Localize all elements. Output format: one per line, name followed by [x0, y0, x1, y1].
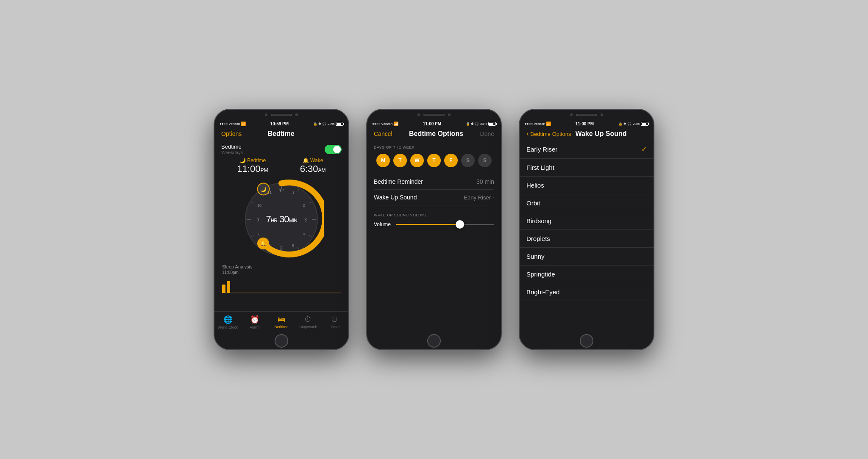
sound-item-sunny[interactable]: Sunny	[520, 248, 654, 265]
wake-sound-row[interactable]: Wake Up Sound Early Riser ›	[374, 190, 494, 205]
day-S1[interactable]: S	[461, 154, 475, 167]
volume-row: Volume	[374, 221, 494, 232]
back-button[interactable]: Bedtime Options	[530, 131, 571, 137]
tab-bedtime[interactable]: 🛏 Bedtime	[269, 315, 294, 329]
wake-block: 🔔 Wake 6:30AM	[300, 158, 326, 174]
sound-name-orbit: Orbit	[526, 199, 540, 207]
sound-name-first-light: First Light	[526, 164, 554, 171]
sound-item-first-light[interactable]: First Light	[520, 159, 654, 177]
home-button-3[interactable]	[580, 334, 593, 348]
sound-item-droplets[interactable]: Droplets	[520, 230, 654, 248]
status-bar-1: ●●○○ Verizon 📶 10:59 PM 🔒 ✽ 🎧 23%	[214, 120, 348, 127]
volume-section-label-row: WAKE UP SOUND VOLUME	[374, 213, 494, 217]
stopwatch-icon: ⏱	[304, 315, 312, 324]
sleep-analysis-label: Sleep Analysis	[222, 264, 341, 269]
sound-name-droplets: Droplets	[526, 235, 550, 242]
home-button-1[interactable]	[275, 334, 288, 348]
wake-ampm: AM	[318, 167, 326, 173]
days-row: M T W T F S S	[374, 154, 494, 167]
cancel-button[interactable]: Cancel	[374, 130, 392, 137]
sleep-analysis-time: 11:00pm	[222, 270, 341, 275]
time-labels: 🌙 Bedtime 11:00PM 🔔 Wake 6:30AM	[221, 158, 342, 174]
day-M[interactable]: M	[376, 154, 390, 167]
svg-text:8: 8	[258, 232, 260, 236]
bedtime-icon: 🛏	[278, 315, 285, 324]
day-S2[interactable]: S	[478, 154, 492, 167]
phone-3: ●●○○ Verizon 📶 11:00 PM 🔒 ✽ 🎧 23% ‹ Bedt…	[519, 109, 654, 350]
day-T2[interactable]: T	[427, 154, 441, 167]
svg-text:🌙: 🌙	[260, 186, 267, 192]
tab-alarm[interactable]: ⏰ Alarm	[242, 315, 267, 329]
options-button[interactable]: Options	[221, 130, 242, 137]
camera-dot-4	[448, 113, 451, 116]
day-T1[interactable]: T	[393, 154, 407, 167]
camera-dot-3	[417, 113, 420, 116]
speaker-grille	[271, 114, 292, 116]
sleep-line	[222, 293, 341, 293]
camera-dot-5	[570, 113, 573, 116]
sleep-bar	[227, 281, 230, 293]
svg-text:4: 4	[303, 232, 305, 236]
checkmark-early-riser: ✓	[641, 145, 647, 153]
sound-item-springtide[interactable]: Springtide	[520, 265, 654, 283]
speaker-grille-2	[423, 114, 445, 116]
bedtime-toggle[interactable]	[325, 145, 342, 154]
wake-time: 6:30	[300, 163, 318, 174]
status-bar-2: ●●○○ Verizon 📶 11:00 PM 🔒 ✽ 🎧 23%	[367, 120, 501, 127]
bedtime-time: 11:00	[237, 163, 261, 174]
wake-sound-label: Wake Up Sound	[374, 194, 417, 201]
sound-item-helios[interactable]: Helios	[520, 177, 654, 194]
sound-item-early-riser[interactable]: Early Riser ✓	[520, 140, 654, 159]
svg-text:🔔: 🔔	[260, 240, 267, 246]
volume-slider-track[interactable]	[396, 224, 494, 225]
bedtime-toggle-row: Bedtime Weekdays	[221, 144, 342, 155]
camera-dot-2	[295, 113, 298, 116]
sound-item-bright-eyed[interactable]: Bright-Eyed	[520, 283, 654, 301]
clock-ring[interactable]: 12 3 6 9 1 2 4 5 7 8 10 11	[239, 177, 324, 262]
status-carrier: ●●○○ Verizon 📶	[220, 122, 246, 126]
sound-item-birdsong[interactable]: Birdsong	[520, 212, 654, 230]
nav-bar-1: Options Bedtime	[214, 127, 348, 140]
battery-icon-3	[641, 122, 648, 126]
reminder-label: Bedtime Reminder	[374, 178, 423, 185]
battery-icon-2	[488, 122, 496, 126]
battery-icon	[336, 122, 343, 126]
sound-name-sunny: Sunny	[526, 253, 545, 260]
svg-text:10: 10	[257, 203, 262, 207]
done-button[interactable]: Done	[480, 130, 494, 137]
svg-text:3: 3	[304, 218, 307, 222]
alarm-icon: ⏰	[250, 315, 259, 324]
chevron-icon: ›	[492, 194, 494, 200]
volume-slider-fill	[396, 224, 460, 225]
phone-bottom-1	[214, 332, 348, 349]
tab-timer[interactable]: ⏲ Timer	[322, 315, 348, 329]
status-battery: 🔒 ✽ 🎧 23%	[313, 122, 343, 126]
volume-slider-thumb[interactable]	[456, 220, 464, 229]
camera-dot	[265, 113, 267, 116]
world-clock-icon: 🌐	[223, 315, 233, 324]
volume-slider-container	[396, 224, 494, 225]
phone-1: ●●○○ Verizon 📶 10:59 PM 🔒 ✽ 🎧 23% Option…	[214, 109, 349, 350]
days-section-label: DAYS OF THE WEEK	[374, 145, 494, 149]
speaker-grille-3	[576, 114, 597, 116]
duration-display: 7HR 30MIN	[266, 214, 297, 225]
svg-text:1: 1	[292, 191, 294, 195]
volume-section-label: WAKE UP SOUND VOLUME	[374, 213, 494, 217]
sound-name-helios: Helios	[526, 182, 544, 189]
sound-list: Early Riser ✓ First Light Helios Orbit B…	[520, 140, 654, 332]
phone-top-3	[520, 110, 654, 120]
screen-2: Cancel Bedtime Options Done DAYS OF THE …	[367, 127, 501, 332]
reminder-row[interactable]: Bedtime Reminder 30 min	[374, 174, 494, 190]
tab-world-clock[interactable]: 🌐 World Clock	[215, 315, 241, 329]
day-F[interactable]: F	[444, 154, 458, 167]
tab-stopwatch[interactable]: ⏱ Stopwatch	[295, 315, 321, 329]
day-W[interactable]: W	[410, 154, 424, 167]
sound-item-orbit[interactable]: Orbit	[520, 194, 654, 212]
svg-text:6: 6	[280, 246, 283, 251]
bedtime-sub: Weekdays	[221, 150, 243, 155]
phone-top-2	[367, 110, 501, 120]
sound-name-birdsong: Birdsong	[526, 217, 551, 224]
status-bar-3: ●●○○ Verizon 📶 11:00 PM 🔒 ✽ 🎧 23%	[520, 120, 654, 127]
home-button-2[interactable]	[427, 334, 441, 348]
phone-top-1	[214, 110, 348, 120]
